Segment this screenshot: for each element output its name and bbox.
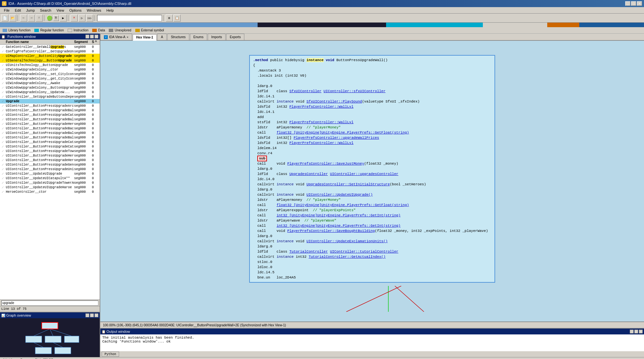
tb-open[interactable]: 📂 <box>9 15 16 22</box>
functions-list[interactable]: ⟋ GateController__SetWallUpgrades seg000… <box>0 45 100 299</box>
output-title-text: Output window <box>106 330 130 333</box>
fn-seg-27: seg000 <box>74 168 92 171</box>
tab-imports[interactable]: Imports <box>208 34 226 40</box>
code-line-call4: call int32 [UnityEngine]UnityEngine.Play… <box>253 213 491 218</box>
tb-step[interactable]: ▷ <box>78 15 85 22</box>
menu-jump[interactable]: Jump <box>24 8 38 13</box>
fn-name-7: UIWindowUpgradeColony__get_CityIcon <box>6 77 74 81</box>
fn-col-icon <box>1 40 5 44</box>
toolbar-search-input[interactable] <box>97 15 162 21</box>
fn-row-30[interactable]: ⟋ UIController__UpdateUIUpgradeTowerAmmo… <box>0 180 100 185</box>
menu-help[interactable]: Help <box>104 8 117 13</box>
fn-row-23[interactable]: ⟋ UIController__ButtonPressUpgradeTowerA… <box>0 149 100 153</box>
tb-copy[interactable] <box>47 15 52 21</box>
tb-run[interactable]: × <box>71 15 78 22</box>
fn-icon-14: ⟋ <box>1 109 5 112</box>
tb-misc2[interactable]: 📋 <box>173 15 181 22</box>
output-tab-python[interactable]: Python <box>102 352 119 357</box>
fn-icon-10: ⟋ <box>1 91 5 94</box>
fn-row-21[interactable]: ⟋ UIController__ButtonPressUpgradeCatap*… <box>0 140 100 144</box>
fn-s-15: 0 <box>92 113 98 117</box>
fn-row-28[interactable]: ⟋ UIController__UpdateUIUpgrade seg000 0 <box>0 171 100 176</box>
fn-row-4[interactable]: ⟋ UIUnitsTechnology__ButtonUpgrade seg00… <box>0 63 100 67</box>
tab-a[interactable]: A <box>157 34 167 40</box>
fn-row-31[interactable]: ⟋ UIController__UpdateUIUpgradeHaroe seg… <box>0 185 100 190</box>
fn-row-17[interactable]: ⟋ UIController__ButtonPressUpgradeHeroe … <box>0 122 100 126</box>
tb-misc1[interactable]: ⚙ <box>166 15 173 22</box>
fn-row-29[interactable]: ⟋ UIController__UpdateUICatapultA** seg0… <box>0 176 100 180</box>
tb-back[interactable]: ← <box>20 15 27 22</box>
graph-panel-minimize[interactable]: _ <box>85 313 89 317</box>
tb-up[interactable]: ↑ <box>36 15 43 22</box>
fn-row-18[interactable]: ⟋ UIController__ButtonPressUpgradeBack s… <box>0 126 100 131</box>
tb-step2[interactable]: ▷▷ <box>86 15 93 22</box>
fn-seg-6: seg000 <box>74 72 92 76</box>
tab-ida-view[interactable]: V IDA View-A × <box>100 34 132 40</box>
menu-windows[interactable]: Windows <box>84 8 104 13</box>
fn-row-25[interactable]: ⟋ UIController__ButtonPressUpgradeHeroeS… <box>0 158 100 162</box>
fn-row-27[interactable]: ⟋ UIController__ButtonPressUpgradeUnits … <box>0 167 100 171</box>
close-button[interactable]: × <box>637 1 642 6</box>
svg-rect-5 <box>35 347 51 354</box>
menu-search[interactable]: Search <box>38 8 54 13</box>
tab-hex-view[interactable]: Hex View-1 <box>133 34 157 41</box>
output-minimize[interactable]: _ <box>630 330 634 333</box>
legend-instruction-label: Instruction <box>73 28 88 32</box>
menu-options[interactable]: Options <box>67 8 84 13</box>
output-close[interactable]: × <box>639 330 643 333</box>
fn-row-0[interactable]: ⟋ GateController__SetWallUpgrades seg000… <box>0 45 100 49</box>
functions-panel-float[interactable]: □ <box>90 35 94 38</box>
fn-row-26[interactable]: ⟋ UIController__ButtonPressUpgradeGenera… <box>0 162 100 167</box>
tab-exports[interactable]: Exports <box>226 34 244 40</box>
fn-name-30: UIController__UpdateUIUpgradeTowerAmmo <box>6 181 74 185</box>
fn-icon-27: ⟋ <box>1 168 5 171</box>
tb-fwd[interactable]: → <box>28 15 35 22</box>
search-input[interactable] <box>1 300 98 306</box>
fn-row-22[interactable]: ⟋ UIController__ButtonPressUpgradeCatap*… <box>0 144 100 149</box>
fn-s-13: 0 <box>92 104 98 108</box>
legend-bar: Library function Regular function Instru… <box>0 27 644 34</box>
fn-row-5[interactable]: ⟋ UIWindowUpgradeColony__ctor seg000 0 <box>0 67 100 72</box>
tab-enums[interactable]: Enums <box>190 34 207 40</box>
tab-structures[interactable]: Structures <box>167 34 189 40</box>
functions-panel-minimize[interactable]: _ <box>85 35 89 38</box>
code-view[interactable]: .method public hidebysig instance void B… <box>100 41 644 321</box>
minimize-button[interactable]: _ <box>625 1 630 6</box>
fn-row-10[interactable]: ⟋ UIWindowUpgradeColony__UpdateW... seg0… <box>0 90 100 94</box>
fn-row-15[interactable]: ⟋ UIController__ButtonPressUpgradeCatapu… <box>0 113 100 117</box>
tab-ida-close[interactable]: × <box>127 36 128 39</box>
fn-row-16[interactable]: ⟋ UIController__ButtonPressUpgradeBalli*… <box>0 117 100 122</box>
fn-row-11[interactable]: ⟋ UIController__SetUpgradeButtonsDepend.… <box>0 94 100 99</box>
fn-row-19[interactable]: ⟋ UIController__ButtonPressUpgradeBalli*… <box>0 131 100 135</box>
menu-edit[interactable]: Edit <box>12 8 24 13</box>
output-float[interactable]: □ <box>634 330 638 333</box>
fn-row-20[interactable]: ⟋ UIController__ButtonPressUpgradeBalli*… <box>0 135 100 140</box>
fn-row-24[interactable]: ⟋ UIController__ButtonPressUpgradeHeroeB… <box>0 153 100 158</box>
fn-row-13[interactable]: ⟋ UIController__ButtonPressUpgradeArcher… <box>0 103 100 108</box>
tab-hex-label: Hex View-1 <box>136 36 153 39</box>
menu-file[interactable]: File <box>1 8 12 13</box>
tb-new[interactable]: 📄 <box>1 15 8 22</box>
restore-button[interactable]: □ <box>631 1 636 6</box>
fn-row-7[interactable]: ⟋ UIWindowUpgradeColony__get_CityIcon se… <box>0 76 100 81</box>
fn-row-14[interactable]: ⟋ UIController__ButtonPressUpgradeBallis… <box>0 108 100 113</box>
fn-row-3[interactable]: ⟋ UIGeneralTechnology__ButtonUpgrade seg… <box>0 58 100 63</box>
fn-seg-25: seg000 <box>74 158 92 162</box>
tb-sep5 <box>163 15 164 21</box>
fn-row-2[interactable]: ⟋ UIMapController__ButtonCityUpgrade seg… <box>0 54 100 58</box>
fn-row-8[interactable]: ⟋ UIWindowUpgradeColony__Awake seg000 0 <box>0 81 100 85</box>
tb-paste[interactable]: ⎘ <box>53 15 59 21</box>
code-line-brace-open: { <box>253 63 491 68</box>
code-block: .method public hidebysig instance void B… <box>249 55 495 283</box>
graph-panel-close[interactable]: × <box>94 313 98 317</box>
fn-row-9[interactable]: ⟋ UIWindowUpgradeColony__ButtonUpgradeCi… <box>0 85 100 90</box>
fn-row-6[interactable]: ⟋ UIWindowUpgradeColony__set_CityIcon se… <box>0 72 100 76</box>
graph-panel-float[interactable]: □ <box>90 313 94 317</box>
functions-panel-close[interactable]: × <box>94 35 98 38</box>
tb-go[interactable]: ▶ <box>60 15 67 22</box>
fn-row-12[interactable]: ⟋ Upgrade seg000 0 <box>0 99 100 103</box>
fn-row-32[interactable]: ⟋ HeroeController__ctor seg000 0 <box>0 190 100 194</box>
menu-view[interactable]: View <box>54 8 67 13</box>
svg-rect-1 <box>42 322 58 329</box>
fn-row-1[interactable]: ⟋ ConfigPrefsController__GetUpgradeUnitP… <box>0 49 100 54</box>
